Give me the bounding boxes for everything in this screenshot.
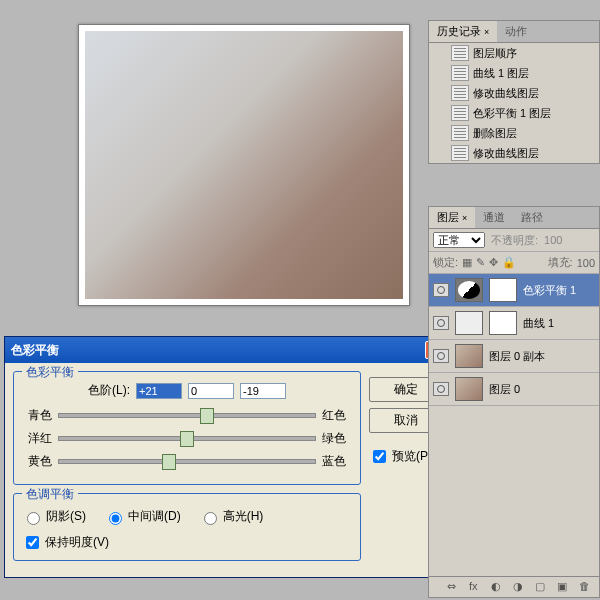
canvas-preview <box>78 24 410 306</box>
lock-transparency-icon[interactable]: ▦ <box>462 256 472 269</box>
layer-thumb[interactable] <box>455 344 483 368</box>
history-item[interactable]: 删除图层 <box>429 123 599 143</box>
layer-name: 色彩平衡 1 <box>523 283 576 298</box>
tab-paths[interactable]: 路径 <box>513 207 551 228</box>
layer-thumb[interactable] <box>455 377 483 401</box>
tab-channels[interactable]: 通道 <box>475 207 513 228</box>
fx-icon[interactable]: fx <box>469 580 483 594</box>
layer-name: 图层 0 <box>489 382 520 397</box>
dialog-title-text: 色彩平衡 <box>11 342 59 359</box>
slider-left-label: 黄色 <box>22 453 52 470</box>
folder-icon[interactable]: ▢ <box>535 580 549 594</box>
history-item-label: 修改曲线图层 <box>473 146 539 161</box>
history-item-label: 删除图层 <box>473 126 517 141</box>
history-item-label: 修改曲线图层 <box>473 86 539 101</box>
shadow-radio[interactable]: 阴影(S) <box>22 508 86 525</box>
dialog-titlebar[interactable]: 色彩平衡 ✕ <box>5 337 451 363</box>
trash-icon[interactable]: 🗑 <box>579 580 593 594</box>
slider-left-label: 青色 <box>22 407 52 424</box>
visibility-icon[interactable] <box>433 382 449 396</box>
tab-actions[interactable]: 动作 <box>497 21 535 42</box>
visibility-icon[interactable] <box>433 283 449 297</box>
group-label: 色彩平衡 <box>22 364 78 381</box>
history-step-icon <box>451 145 469 161</box>
visibility-icon[interactable] <box>433 349 449 363</box>
layer-name: 曲线 1 <box>523 316 554 331</box>
preserve-luminosity-checkbox[interactable]: 保持明度(V) <box>22 533 352 552</box>
mask-icon[interactable]: ◐ <box>491 580 505 594</box>
history-item-label: 色彩平衡 1 图层 <box>473 106 551 121</box>
history-item[interactable]: 修改曲线图层 <box>429 83 599 103</box>
layer-thumb[interactable] <box>455 278 483 302</box>
layers-toolbar: ⇔ fx ◐ ◑ ▢ ▣ 🗑 <box>429 576 599 597</box>
slider-track[interactable] <box>58 413 316 418</box>
levels-label: 色阶(L): <box>88 382 130 399</box>
history-item[interactable]: 曲线 1 图层 <box>429 63 599 83</box>
history-step-icon <box>451 105 469 121</box>
slider-right-label: 红色 <box>322 407 352 424</box>
tab-history[interactable]: 历史记录× <box>429 21 497 42</box>
slider-track[interactable] <box>58 436 316 441</box>
history-step-icon <box>451 125 469 141</box>
history-step-icon <box>451 85 469 101</box>
lock-label: 锁定: <box>433 255 458 270</box>
history-item-label: 曲线 1 图层 <box>473 66 529 81</box>
visibility-icon[interactable] <box>433 316 449 330</box>
level2-input[interactable] <box>188 383 234 399</box>
level1-input[interactable] <box>136 383 182 399</box>
layer-item[interactable]: 图层 0 副本 <box>429 340 599 373</box>
tab-layers[interactable]: 图层× <box>429 207 475 228</box>
level3-input[interactable] <box>240 383 286 399</box>
group-label: 色调平衡 <box>22 486 78 503</box>
slider-thumb[interactable] <box>180 431 194 447</box>
color-balance-group: 色彩平衡 色阶(L): 青色红色洋红绿色黄色蓝色 <box>13 371 361 485</box>
history-item[interactable]: 修改曲线图层 <box>429 143 599 163</box>
lock-move-icon[interactable]: ✥ <box>489 256 498 269</box>
layers-panel: 图层× 通道 路径 正常 不透明度: 100 锁定: ▦ ✎ ✥ 🔒 填充: 1… <box>428 206 600 598</box>
opacity-value[interactable]: 100 <box>544 234 562 246</box>
color-balance-dialog: 色彩平衡 ✕ 色彩平衡 色阶(L): 青色红色洋红绿色黄色蓝色 色调平衡 阴影(… <box>4 336 452 578</box>
history-item[interactable]: 色彩平衡 1 图层 <box>429 103 599 123</box>
slider-right-label: 蓝色 <box>322 453 352 470</box>
slider-thumb[interactable] <box>162 454 176 470</box>
lock-brush-icon[interactable]: ✎ <box>476 256 485 269</box>
midtone-radio[interactable]: 中间调(D) <box>104 508 181 525</box>
history-step-icon <box>451 65 469 81</box>
tone-balance-group: 色调平衡 阴影(S) 中间调(D) 高光(H) 保持明度(V) <box>13 493 361 561</box>
history-step-icon <box>451 45 469 61</box>
layer-name: 图层 0 副本 <box>489 349 545 364</box>
blend-mode-select[interactable]: 正常 <box>433 232 485 248</box>
slider-right-label: 绿色 <box>322 430 352 447</box>
layer-list: 色彩平衡 1曲线 1图层 0 副本图层 0 <box>429 274 599 406</box>
mask-thumb[interactable] <box>489 311 517 335</box>
lock-all-icon[interactable]: 🔒 <box>502 256 516 269</box>
history-list: 图层顺序曲线 1 图层修改曲线图层色彩平衡 1 图层删除图层修改曲线图层 <box>429 43 599 163</box>
fill-value[interactable]: 100 <box>577 257 595 269</box>
slider-track[interactable] <box>58 459 316 464</box>
layer-item[interactable]: 色彩平衡 1 <box>429 274 599 307</box>
history-item-label: 图层顺序 <box>473 46 517 61</box>
link-icon[interactable]: ⇔ <box>447 580 461 594</box>
new-layer-icon[interactable]: ▣ <box>557 580 571 594</box>
fill-label: 填充: <box>548 255 573 270</box>
layer-thumb[interactable] <box>455 311 483 335</box>
slider-thumb[interactable] <box>200 408 214 424</box>
layer-item[interactable]: 曲线 1 <box>429 307 599 340</box>
slider-left-label: 洋红 <box>22 430 52 447</box>
layer-item[interactable]: 图层 0 <box>429 373 599 406</box>
adjustment-icon[interactable]: ◑ <box>513 580 527 594</box>
history-item[interactable]: 图层顺序 <box>429 43 599 63</box>
opacity-label: 不透明度: <box>491 233 538 248</box>
highlight-radio[interactable]: 高光(H) <box>199 508 264 525</box>
mask-thumb[interactable] <box>489 278 517 302</box>
history-panel: 历史记录× 动作 图层顺序曲线 1 图层修改曲线图层色彩平衡 1 图层删除图层修… <box>428 20 600 164</box>
